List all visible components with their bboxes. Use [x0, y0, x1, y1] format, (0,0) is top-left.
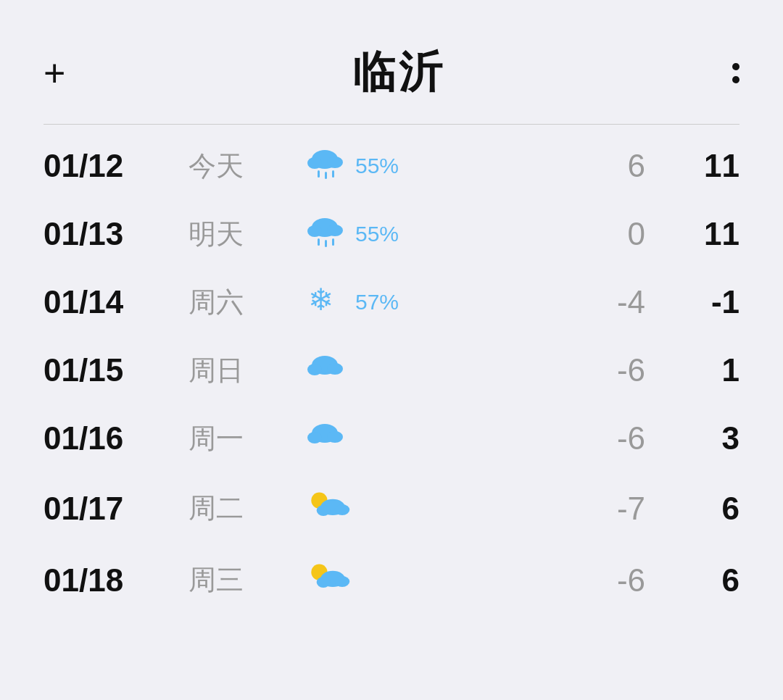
svg-point-7	[307, 225, 322, 237]
city-title: 临沂	[352, 43, 445, 102]
weather-row[interactable]: 01/13 明天 55% 0 11	[44, 200, 740, 268]
weather-row[interactable]: 01/15 周日 -6 1	[44, 336, 740, 404]
row-high-temp: 11	[667, 148, 740, 184]
weather-icon	[304, 145, 348, 187]
row-day: 今天	[188, 148, 304, 185]
row-day: 周二	[188, 490, 304, 527]
svg-point-22	[335, 504, 349, 515]
header-divider	[44, 124, 740, 125]
row-day: 周六	[188, 284, 304, 321]
weather-row[interactable]: 01/12 今天 55% 6 11	[44, 132, 740, 200]
row-low-temp: -4	[558, 284, 645, 320]
svg-point-21	[317, 505, 331, 516]
precipitation-pct: 55%	[355, 222, 399, 246]
weather-row[interactable]: 01/18 周三 -6 6	[44, 544, 740, 616]
weather-icon	[304, 213, 348, 255]
svg-text:❄: ❄	[308, 283, 334, 317]
svg-rect-9	[318, 238, 320, 246]
row-weather	[304, 417, 558, 459]
row-low-temp: 6	[558, 148, 645, 184]
weather-row[interactable]: 01/16 周一 -6 3	[44, 404, 740, 472]
row-high-temp: -1	[667, 284, 740, 320]
svg-point-25	[317, 577, 331, 588]
add-city-button[interactable]: +	[44, 54, 65, 92]
row-day: 周一	[188, 420, 304, 457]
svg-point-14	[307, 364, 322, 375]
weather-icon: ❄	[304, 281, 348, 323]
svg-point-26	[335, 576, 349, 587]
row-low-temp: -6	[558, 420, 645, 457]
row-high-temp: 1	[667, 352, 740, 388]
row-weather: 55%	[304, 145, 558, 187]
svg-point-1	[307, 157, 322, 169]
row-high-temp: 3	[667, 420, 740, 457]
precipitation-pct: 55%	[355, 154, 399, 178]
svg-rect-5	[332, 170, 334, 178]
weather-row[interactable]: 01/14 周六 ❄ 57% -4 -1	[44, 268, 740, 336]
svg-rect-3	[318, 170, 320, 178]
header: + 临沂	[44, 29, 740, 109]
weather-icon	[304, 349, 348, 391]
svg-point-2	[327, 157, 343, 168]
weather-icon	[304, 486, 352, 531]
row-high-temp: 6	[667, 491, 740, 527]
menu-button[interactable]	[732, 63, 740, 83]
row-weather: ❄ 57%	[304, 281, 558, 323]
svg-rect-11	[332, 238, 334, 246]
row-weather	[304, 486, 558, 531]
row-day: 明天	[188, 216, 304, 253]
row-weather	[304, 557, 558, 603]
row-day: 周三	[188, 562, 304, 599]
svg-point-17	[307, 432, 322, 443]
row-day: 周日	[188, 352, 304, 389]
row-date: 01/18	[44, 562, 188, 599]
weather-icon	[304, 557, 352, 603]
row-date: 01/12	[44, 148, 188, 184]
svg-rect-10	[325, 240, 327, 247]
svg-point-15	[327, 363, 343, 375]
precipitation-pct: 57%	[355, 290, 399, 314]
menu-dot-1	[732, 63, 740, 70]
row-low-temp: -6	[558, 352, 645, 388]
weather-row[interactable]: 01/17 周二 -7 6	[44, 472, 740, 544]
weather-icon	[304, 417, 348, 459]
row-high-temp: 6	[667, 562, 740, 599]
row-date: 01/16	[44, 420, 188, 457]
row-low-temp: -7	[558, 491, 645, 527]
svg-rect-4	[325, 172, 327, 179]
row-date: 01/14	[44, 284, 188, 320]
row-low-temp: 0	[558, 216, 645, 252]
main-container: + 临沂 01/12 今天 55% 6 11 01/13 明天	[0, 0, 783, 700]
menu-dot-2	[732, 76, 740, 83]
row-date: 01/17	[44, 491, 188, 527]
row-date: 01/15	[44, 352, 188, 388]
row-weather: 55%	[304, 213, 558, 255]
svg-point-8	[327, 225, 343, 236]
svg-point-18	[327, 431, 343, 443]
row-weather	[304, 349, 558, 391]
row-low-temp: -6	[558, 562, 645, 599]
row-date: 01/13	[44, 216, 188, 252]
row-high-temp: 11	[667, 216, 740, 252]
weather-list: 01/12 今天 55% 6 11 01/13 明天	[44, 132, 740, 671]
